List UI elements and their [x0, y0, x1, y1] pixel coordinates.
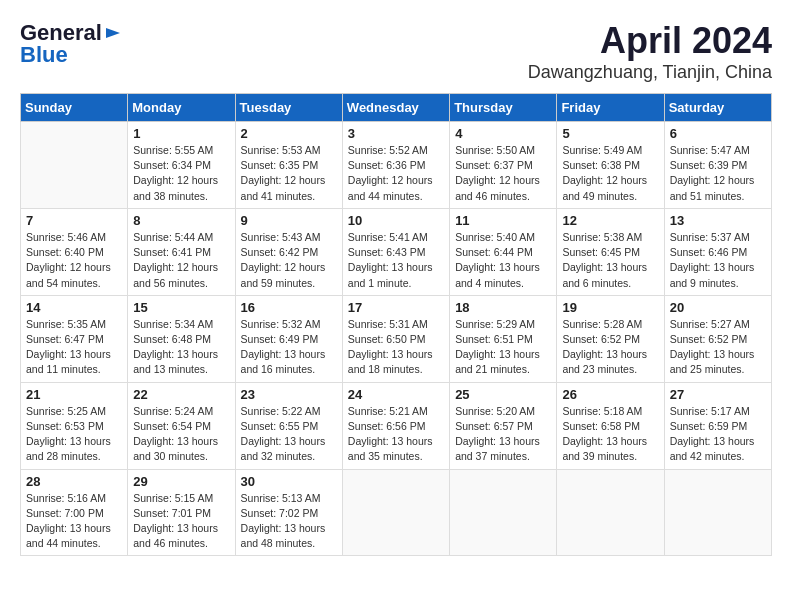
day-info: Sunrise: 5:52 AM Sunset: 6:36 PM Dayligh…: [348, 143, 444, 204]
header-monday: Monday: [128, 94, 235, 122]
calendar-cell: 18Sunrise: 5:29 AM Sunset: 6:51 PM Dayli…: [450, 295, 557, 382]
calendar-week-1: 1Sunrise: 5:55 AM Sunset: 6:34 PM Daylig…: [21, 122, 772, 209]
calendar-cell: 26Sunrise: 5:18 AM Sunset: 6:58 PM Dayli…: [557, 382, 664, 469]
day-number: 26: [562, 387, 658, 402]
day-info: Sunrise: 5:50 AM Sunset: 6:37 PM Dayligh…: [455, 143, 551, 204]
calendar-cell: 15Sunrise: 5:34 AM Sunset: 6:48 PM Dayli…: [128, 295, 235, 382]
day-number: 19: [562, 300, 658, 315]
calendar-cell: 28Sunrise: 5:16 AM Sunset: 7:00 PM Dayli…: [21, 469, 128, 556]
calendar-cell: 30Sunrise: 5:13 AM Sunset: 7:02 PM Dayli…: [235, 469, 342, 556]
day-info: Sunrise: 5:13 AM Sunset: 7:02 PM Dayligh…: [241, 491, 337, 552]
calendar-cell: 8Sunrise: 5:44 AM Sunset: 6:41 PM Daylig…: [128, 208, 235, 295]
day-info: Sunrise: 5:24 AM Sunset: 6:54 PM Dayligh…: [133, 404, 229, 465]
calendar-table: SundayMondayTuesdayWednesdayThursdayFrid…: [20, 93, 772, 556]
calendar-cell: 22Sunrise: 5:24 AM Sunset: 6:54 PM Dayli…: [128, 382, 235, 469]
calendar-header-row: SundayMondayTuesdayWednesdayThursdayFrid…: [21, 94, 772, 122]
day-number: 30: [241, 474, 337, 489]
calendar-cell: 4Sunrise: 5:50 AM Sunset: 6:37 PM Daylig…: [450, 122, 557, 209]
day-number: 2: [241, 126, 337, 141]
day-number: 7: [26, 213, 122, 228]
day-number: 21: [26, 387, 122, 402]
header-tuesday: Tuesday: [235, 94, 342, 122]
day-number: 1: [133, 126, 229, 141]
day-number: 18: [455, 300, 551, 315]
title-block: April 2024 Dawangzhuang, Tianjin, China: [528, 20, 772, 83]
day-info: Sunrise: 5:22 AM Sunset: 6:55 PM Dayligh…: [241, 404, 337, 465]
calendar-cell: 1Sunrise: 5:55 AM Sunset: 6:34 PM Daylig…: [128, 122, 235, 209]
calendar-cell: 3Sunrise: 5:52 AM Sunset: 6:36 PM Daylig…: [342, 122, 449, 209]
day-number: 10: [348, 213, 444, 228]
day-info: Sunrise: 5:21 AM Sunset: 6:56 PM Dayligh…: [348, 404, 444, 465]
day-info: Sunrise: 5:17 AM Sunset: 6:59 PM Dayligh…: [670, 404, 766, 465]
day-number: 6: [670, 126, 766, 141]
calendar-cell: 5Sunrise: 5:49 AM Sunset: 6:38 PM Daylig…: [557, 122, 664, 209]
calendar-cell: [342, 469, 449, 556]
calendar-cell: 7Sunrise: 5:46 AM Sunset: 6:40 PM Daylig…: [21, 208, 128, 295]
day-info: Sunrise: 5:53 AM Sunset: 6:35 PM Dayligh…: [241, 143, 337, 204]
day-info: Sunrise: 5:25 AM Sunset: 6:53 PM Dayligh…: [26, 404, 122, 465]
day-number: 28: [26, 474, 122, 489]
day-info: Sunrise: 5:34 AM Sunset: 6:48 PM Dayligh…: [133, 317, 229, 378]
day-info: Sunrise: 5:35 AM Sunset: 6:47 PM Dayligh…: [26, 317, 122, 378]
calendar-cell: 6Sunrise: 5:47 AM Sunset: 6:39 PM Daylig…: [664, 122, 771, 209]
calendar-cell: 14Sunrise: 5:35 AM Sunset: 6:47 PM Dayli…: [21, 295, 128, 382]
day-info: Sunrise: 5:44 AM Sunset: 6:41 PM Dayligh…: [133, 230, 229, 291]
day-info: Sunrise: 5:37 AM Sunset: 6:46 PM Dayligh…: [670, 230, 766, 291]
day-number: 29: [133, 474, 229, 489]
calendar-week-5: 28Sunrise: 5:16 AM Sunset: 7:00 PM Dayli…: [21, 469, 772, 556]
calendar-week-3: 14Sunrise: 5:35 AM Sunset: 6:47 PM Dayli…: [21, 295, 772, 382]
day-number: 11: [455, 213, 551, 228]
header-wednesday: Wednesday: [342, 94, 449, 122]
day-number: 16: [241, 300, 337, 315]
day-info: Sunrise: 5:32 AM Sunset: 6:49 PM Dayligh…: [241, 317, 337, 378]
day-number: 17: [348, 300, 444, 315]
logo-blue: Blue: [20, 42, 68, 68]
calendar-cell: 2Sunrise: 5:53 AM Sunset: 6:35 PM Daylig…: [235, 122, 342, 209]
day-info: Sunrise: 5:38 AM Sunset: 6:45 PM Dayligh…: [562, 230, 658, 291]
header-saturday: Saturday: [664, 94, 771, 122]
calendar-cell: 21Sunrise: 5:25 AM Sunset: 6:53 PM Dayli…: [21, 382, 128, 469]
day-number: 3: [348, 126, 444, 141]
day-number: 12: [562, 213, 658, 228]
calendar-cell: [450, 469, 557, 556]
day-info: Sunrise: 5:16 AM Sunset: 7:00 PM Dayligh…: [26, 491, 122, 552]
day-number: 20: [670, 300, 766, 315]
day-info: Sunrise: 5:15 AM Sunset: 7:01 PM Dayligh…: [133, 491, 229, 552]
calendar-cell: 12Sunrise: 5:38 AM Sunset: 6:45 PM Dayli…: [557, 208, 664, 295]
day-info: Sunrise: 5:29 AM Sunset: 6:51 PM Dayligh…: [455, 317, 551, 378]
calendar-cell: 19Sunrise: 5:28 AM Sunset: 6:52 PM Dayli…: [557, 295, 664, 382]
calendar-week-4: 21Sunrise: 5:25 AM Sunset: 6:53 PM Dayli…: [21, 382, 772, 469]
day-number: 24: [348, 387, 444, 402]
logo-bird-icon: [104, 24, 122, 42]
calendar-cell: [557, 469, 664, 556]
day-number: 4: [455, 126, 551, 141]
day-number: 5: [562, 126, 658, 141]
day-number: 23: [241, 387, 337, 402]
header-sunday: Sunday: [21, 94, 128, 122]
calendar-cell: 27Sunrise: 5:17 AM Sunset: 6:59 PM Dayli…: [664, 382, 771, 469]
page-subtitle: Dawangzhuang, Tianjin, China: [528, 62, 772, 83]
calendar-cell: 20Sunrise: 5:27 AM Sunset: 6:52 PM Dayli…: [664, 295, 771, 382]
calendar-cell: [21, 122, 128, 209]
calendar-cell: 29Sunrise: 5:15 AM Sunset: 7:01 PM Dayli…: [128, 469, 235, 556]
day-info: Sunrise: 5:41 AM Sunset: 6:43 PM Dayligh…: [348, 230, 444, 291]
day-info: Sunrise: 5:40 AM Sunset: 6:44 PM Dayligh…: [455, 230, 551, 291]
day-number: 25: [455, 387, 551, 402]
page-header: General Blue April 2024 Dawangzhuang, Ti…: [20, 20, 772, 83]
day-number: 27: [670, 387, 766, 402]
header-friday: Friday: [557, 94, 664, 122]
calendar-cell: 10Sunrise: 5:41 AM Sunset: 6:43 PM Dayli…: [342, 208, 449, 295]
day-number: 9: [241, 213, 337, 228]
day-info: Sunrise: 5:27 AM Sunset: 6:52 PM Dayligh…: [670, 317, 766, 378]
day-info: Sunrise: 5:55 AM Sunset: 6:34 PM Dayligh…: [133, 143, 229, 204]
day-number: 22: [133, 387, 229, 402]
calendar-week-2: 7Sunrise: 5:46 AM Sunset: 6:40 PM Daylig…: [21, 208, 772, 295]
day-number: 15: [133, 300, 229, 315]
page-title: April 2024: [528, 20, 772, 62]
day-info: Sunrise: 5:47 AM Sunset: 6:39 PM Dayligh…: [670, 143, 766, 204]
logo: General Blue: [20, 20, 122, 68]
day-number: 13: [670, 213, 766, 228]
calendar-cell: 16Sunrise: 5:32 AM Sunset: 6:49 PM Dayli…: [235, 295, 342, 382]
day-info: Sunrise: 5:20 AM Sunset: 6:57 PM Dayligh…: [455, 404, 551, 465]
day-info: Sunrise: 5:31 AM Sunset: 6:50 PM Dayligh…: [348, 317, 444, 378]
